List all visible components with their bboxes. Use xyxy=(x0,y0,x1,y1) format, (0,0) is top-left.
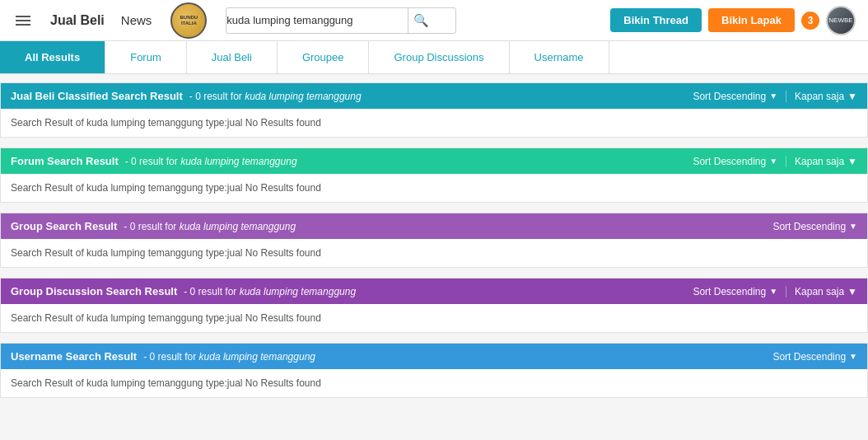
avatar-text: NEWBE xyxy=(828,16,852,24)
section-group-title: Group Search Result xyxy=(11,220,117,232)
sort-arrow-forum: ▼ xyxy=(769,157,777,166)
tab-all-results[interactable]: All Results xyxy=(0,41,105,73)
section-group-discussion-header: Group Discussion Search Result - 0 resul… xyxy=(1,279,867,304)
section-group-discussion: Group Discussion Search Result - 0 resul… xyxy=(0,278,868,333)
section-username-title-area: Username Search Result - 0 result for ku… xyxy=(11,350,772,363)
section-group-body: Search Result of kuda lumping temanggung… xyxy=(1,239,867,267)
sort-arrow-jual-beli: ▼ xyxy=(769,91,777,101)
section-forum-title: Forum Search Result xyxy=(11,155,119,167)
bikin-lapak-button[interactable]: Bikin Lapak xyxy=(708,8,795,32)
section-jual-beli: Jual Beli Classified Search Result - 0 r… xyxy=(0,82,868,138)
section-forum-controls: Sort Descending ▼ Kapan saja ▼ xyxy=(693,156,857,167)
bikin-thread-button[interactable]: Bikin Thread xyxy=(610,8,702,32)
site-logo: BUNDUITALIA xyxy=(168,2,209,39)
sort-label-group-discussion: Sort Descending xyxy=(693,286,766,297)
main-content: Jual Beli Classified Search Result - 0 r… xyxy=(0,74,868,416)
tab-group-discussions[interactable]: Group Discussions xyxy=(369,41,509,73)
section-forum: Forum Search Result - 0 result for kuda … xyxy=(0,147,868,203)
section-username-result-text: Search Result of kuda lumping temanggung… xyxy=(11,377,321,389)
kapan-saja-forum[interactable]: Kapan saja ▼ xyxy=(786,156,857,167)
sort-dropdown-jual-beli[interactable]: Sort Descending ▼ xyxy=(693,91,777,102)
section-username-header: Username Search Result - 0 result for ku… xyxy=(1,344,867,369)
sort-arrow-username: ▼ xyxy=(849,352,857,361)
search-submit-button[interactable]: 🔍 xyxy=(408,7,434,34)
tab-jual-beli[interactable]: Jual Beli xyxy=(187,41,278,73)
sort-label-username: Sort Descending xyxy=(772,351,846,363)
section-group-discussion-result-text: Search Result of kuda lumping temanggung… xyxy=(11,312,321,324)
section-forum-result-text: Search Result of kuda lumping temanggung… xyxy=(11,182,321,194)
section-jual-beli-title: Jual Beli Classified Search Result xyxy=(11,90,183,102)
kapan-saja-arrow-jual-beli: ▼ xyxy=(847,91,857,102)
section-username-body: Search Result of kuda lumping temanggung… xyxy=(1,369,867,397)
search-bar: 🔍 xyxy=(226,7,456,34)
section-group-controls: Sort Descending ▼ xyxy=(772,221,857,232)
search-input[interactable] xyxy=(226,14,408,26)
tab-groupee[interactable]: Groupee xyxy=(278,41,370,73)
brand-label: Jual Beli xyxy=(50,13,105,28)
section-username: Username Search Result - 0 result for ku… xyxy=(0,343,868,398)
kapan-saja-group-discussion[interactable]: Kapan saja ▼ xyxy=(786,286,857,297)
section-forum-body: Search Result of kuda lumping temanggung… xyxy=(1,174,867,202)
section-group-discussion-title-area: Group Discussion Search Result - 0 resul… xyxy=(11,285,693,297)
avatar[interactable]: NEWBE xyxy=(826,6,856,35)
section-group-discussion-subtitle: - 0 result for kuda lumping temanggung xyxy=(184,286,356,297)
section-group-header: Group Search Result - 0 result for kuda … xyxy=(1,213,867,239)
notification-badge[interactable]: 3 xyxy=(801,12,819,30)
section-jual-beli-body: Search Result of kuda lumping temanggung… xyxy=(1,109,867,137)
section-group-discussion-controls: Sort Descending ▼ Kapan saja ▼ xyxy=(693,286,857,297)
kapan-saja-arrow-forum: ▼ xyxy=(847,156,857,167)
sort-dropdown-forum[interactable]: Sort Descending ▼ xyxy=(693,156,777,167)
header-right: Bikin Thread Bikin Lapak 3 NEWBE xyxy=(610,6,856,35)
section-username-controls: Sort Descending ▼ xyxy=(772,351,857,363)
section-group-discussion-body: Search Result of kuda lumping temanggung… xyxy=(1,304,867,332)
section-forum-title-area: Forum Search Result - 0 result for kuda … xyxy=(11,155,693,167)
sort-dropdown-group[interactable]: Sort Descending ▼ xyxy=(772,221,857,232)
sort-dropdown-group-discussion[interactable]: Sort Descending ▼ xyxy=(693,286,777,297)
kapan-saja-label-jual-beli: Kapan saja xyxy=(795,91,844,102)
sort-dropdown-username[interactable]: Sort Descending ▼ xyxy=(772,351,857,363)
sort-label-group: Sort Descending xyxy=(772,221,846,232)
section-group: Group Search Result - 0 result for kuda … xyxy=(0,213,868,268)
sort-label-forum: Sort Descending xyxy=(693,156,766,167)
section-username-title: Username Search Result xyxy=(11,350,137,363)
hamburger-menu[interactable] xyxy=(12,12,34,29)
section-forum-header: Forum Search Result - 0 result for kuda … xyxy=(1,148,867,174)
tab-username[interactable]: Username xyxy=(510,41,609,73)
section-jual-beli-header: Jual Beli Classified Search Result - 0 r… xyxy=(1,83,867,109)
section-group-title-area: Group Search Result - 0 result for kuda … xyxy=(11,220,772,232)
kapan-saja-label-forum: Kapan saja xyxy=(795,156,844,167)
section-forum-subtitle: - 0 result for kuda lumping temanggung xyxy=(125,156,297,167)
sort-arrow-group-discussion: ▼ xyxy=(769,287,777,296)
tab-forum[interactable]: Forum xyxy=(105,41,187,73)
sort-arrow-group: ▼ xyxy=(849,222,857,231)
section-jual-beli-subtitle: - 0 result for kuda lumping temanggung xyxy=(189,91,362,102)
section-username-subtitle: - 0 result for kuda lumping temanggung xyxy=(143,351,315,363)
news-link[interactable]: News xyxy=(121,13,152,27)
header: Jual Beli News BUNDUITALIA 🔍 Bikin Threa… xyxy=(0,0,868,41)
section-group-discussion-title: Group Discussion Search Result xyxy=(11,285,177,297)
kapan-saja-arrow-group-discussion: ▼ xyxy=(847,286,857,297)
section-group-result-text: Search Result of kuda lumping temanggung… xyxy=(11,247,321,259)
kapan-saja-label-group-discussion: Kapan saja xyxy=(795,286,844,297)
section-group-subtitle: - 0 result for kuda lumping temanggung xyxy=(124,221,296,232)
section-jual-beli-result-text: Search Result of kuda lumping temanggung… xyxy=(11,117,321,129)
sort-label-jual-beli: Sort Descending xyxy=(693,91,766,102)
section-jual-beli-title-area: Jual Beli Classified Search Result - 0 r… xyxy=(11,90,693,102)
kapan-saja-jual-beli[interactable]: Kapan saja ▼ xyxy=(786,91,857,102)
section-jual-beli-controls: Sort Descending ▼ Kapan saja ▼ xyxy=(693,91,857,102)
tabs-bar: All Results Forum Jual Beli Groupee Grou… xyxy=(0,41,868,74)
